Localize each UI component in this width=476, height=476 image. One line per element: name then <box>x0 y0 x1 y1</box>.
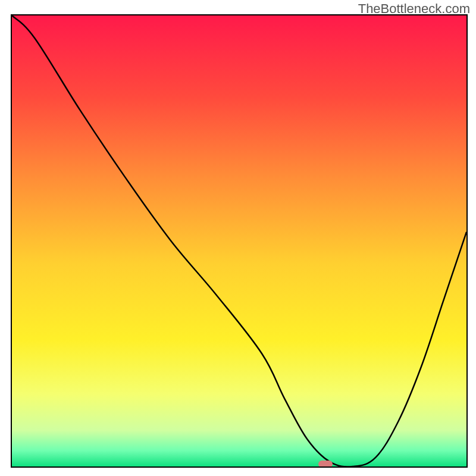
watermark-text: TheBottleneck.com <box>358 1 470 17</box>
plot-area <box>11 14 468 468</box>
chart-container: TheBottleneck.com <box>0 0 476 476</box>
bottleneck-curve <box>12 15 466 466</box>
optimal-marker <box>318 461 333 468</box>
